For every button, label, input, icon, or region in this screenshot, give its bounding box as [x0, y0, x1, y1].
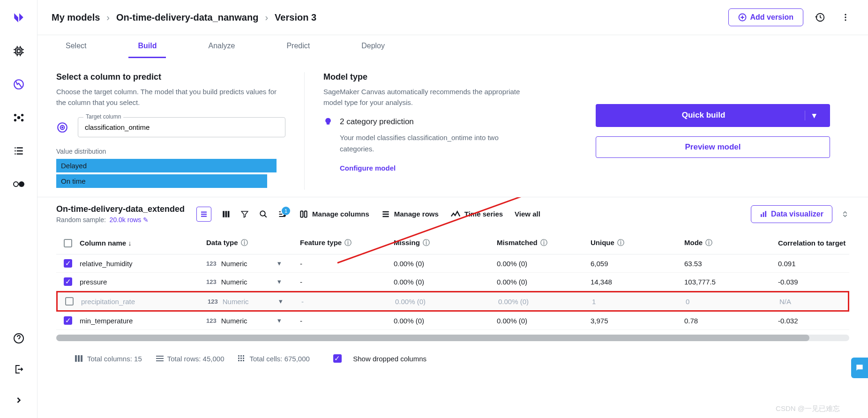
table-row[interactable]: ✓ pressure 123Numeric▾ - 0.00% (0) 0.00%…: [56, 273, 849, 291]
chevron-right-icon: ›: [265, 12, 268, 23]
vd-label: Value distribution: [56, 148, 285, 155]
svg-rect-25: [761, 214, 762, 217]
target-nav-icon[interactable]: [10, 76, 27, 93]
topbar: My models › On-time-delivery-data_nanwan…: [37, 0, 868, 35]
table-row[interactable]: precipitation_rate 123Numeric▾ - 0.00% (…: [56, 291, 849, 312]
tabs: Select Build Analyze Predict Deploy: [37, 35, 868, 58]
data-visualizer-button[interactable]: Data visualizer: [751, 205, 832, 223]
footer-stats: Total columns: 15 Total rows: 45,000 Tot…: [56, 346, 849, 371]
sample-link[interactable]: 20.0k rows: [110, 216, 142, 224]
preview-model-button[interactable]: Preview model: [596, 136, 830, 158]
col-dtype[interactable]: 123Numeric▾: [206, 277, 300, 286]
edit-icon[interactable]: ✎: [143, 216, 149, 224]
search-icon[interactable]: [259, 210, 268, 218]
tab-deploy[interactable]: Deploy: [352, 35, 394, 58]
col-dtype[interactable]: 123Numeric▾: [206, 316, 300, 325]
table-row[interactable]: ✓ relative_humidity 123Numeric▾ - 0.00% …: [56, 254, 849, 273]
col-unique: 3,975: [591, 317, 684, 325]
tab-analyze[interactable]: Analyze: [199, 35, 244, 58]
tab-build[interactable]: Build: [128, 35, 166, 58]
svg-rect-36: [243, 358, 244, 359]
svg-rect-24: [305, 211, 307, 217]
svg-rect-29: [78, 355, 80, 362]
th-corr[interactable]: Correlation to target: [778, 239, 868, 247]
svg-rect-0: [15, 48, 22, 54]
svg-point-13: [845, 16, 846, 18]
network-icon[interactable]: [10, 109, 27, 126]
add-version-button[interactable]: Add version: [728, 8, 803, 26]
th-mismatched[interactable]: Mismatchedⓘ: [497, 239, 591, 247]
target-column-input[interactable]: [78, 117, 285, 137]
svg-rect-39: [243, 360, 244, 361]
filter-icon[interactable]: [240, 210, 249, 218]
chevron-right-icon[interactable]: [10, 392, 27, 409]
horizontal-scrollbar[interactable]: [56, 335, 849, 341]
svg-rect-1: [17, 50, 20, 53]
info-icon: ⓘ: [241, 239, 248, 247]
svg-point-7: [21, 119, 23, 121]
svg-point-12: [845, 14, 846, 15]
chip-icon[interactable]: [10, 43, 27, 60]
info-icon: ⓘ: [344, 239, 352, 247]
svg-rect-32: [240, 355, 242, 357]
bc-project[interactable]: On-time-delivery-data_nanwang: [116, 12, 258, 23]
svg-point-4: [14, 114, 16, 116]
list-icon[interactable]: [10, 142, 27, 159]
col-ftype: -: [300, 278, 394, 286]
chevron-down-icon[interactable]: ▾: [805, 111, 823, 120]
list-view-icon[interactable]: [196, 207, 211, 222]
chat-icon[interactable]: [851, 358, 868, 378]
row-checkbox[interactable]: ✓: [64, 277, 72, 286]
info-icon: ⓘ: [540, 239, 547, 247]
total-rows: Total rows: 45,000: [156, 355, 224, 363]
svg-rect-19: [223, 211, 224, 217]
col-dtype[interactable]: 123Numeric▾: [208, 297, 301, 306]
tab-predict[interactable]: Predict: [277, 35, 319, 58]
view-all[interactable]: View all: [515, 210, 540, 218]
svg-point-2: [14, 80, 23, 89]
chevron-down-icon: ▾: [277, 277, 281, 286]
bulb-icon: [323, 117, 333, 127]
grid-view-icon[interactable]: [222, 210, 230, 218]
logo-icon[interactable]: [10, 9, 27, 26]
bc-version[interactable]: Version 3: [275, 12, 316, 23]
manage-columns[interactable]: Manage columns: [299, 209, 369, 219]
col-name: relative_humidity: [80, 260, 206, 268]
svg-rect-23: [300, 211, 303, 217]
svg-rect-30: [81, 355, 82, 362]
tab-select[interactable]: Select: [56, 35, 96, 58]
th-missing[interactable]: Missingⓘ: [394, 239, 497, 247]
col-mismatched: 0.00% (0): [498, 298, 592, 306]
more-icon[interactable]: [837, 9, 854, 26]
target-icon: [56, 121, 68, 134]
th-unique[interactable]: Uniqueⓘ: [591, 239, 684, 247]
sort-icon[interactable]: 1: [278, 209, 287, 219]
svg-rect-31: [238, 355, 239, 357]
svg-point-14: [845, 19, 846, 21]
th-dtype[interactable]: Data typeⓘ: [206, 239, 300, 247]
row-checkbox[interactable]: [65, 297, 74, 306]
th-mode[interactable]: Modeⓘ: [684, 239, 778, 247]
svg-rect-28: [75, 355, 77, 362]
quick-build-button[interactable]: Quick build ▾: [596, 104, 830, 127]
row-checkbox[interactable]: ✓: [64, 316, 72, 325]
expand-icon[interactable]: [841, 210, 849, 218]
time-series[interactable]: Time series: [450, 210, 503, 218]
col-dtype[interactable]: 123Numeric▾: [206, 259, 300, 268]
show-dropped-checkbox[interactable]: ✓: [333, 354, 342, 363]
row-checkbox[interactable]: ✓: [64, 259, 72, 268]
th-name[interactable]: Column name ↓: [80, 239, 206, 247]
mid-title: Model type: [323, 72, 530, 82]
table-row[interactable]: ✓ min_temperature 123Numeric▾ - 0.00% (0…: [56, 312, 849, 330]
select-all-checkbox[interactable]: [64, 239, 72, 247]
logout-icon[interactable]: [10, 361, 27, 378]
manage-rows[interactable]: Manage rows: [381, 209, 439, 219]
history-icon[interactable]: [812, 9, 829, 26]
col-mode: 0.78: [684, 317, 778, 325]
toggle-icon[interactable]: [10, 176, 27, 193]
th-ftype[interactable]: Feature typeⓘ: [300, 239, 394, 247]
configure-link[interactable]: Configure model: [340, 164, 396, 172]
help-icon[interactable]: [10, 330, 27, 347]
cat-sub: Your model classifies classification_ont…: [340, 132, 530, 155]
bc-root[interactable]: My models: [52, 12, 100, 23]
